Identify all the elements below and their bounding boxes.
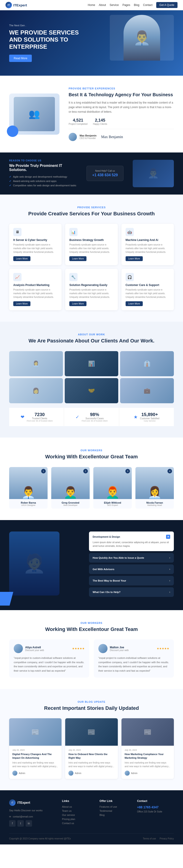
hero-subtitle: The Next Gen . [9, 24, 92, 27]
worker-name-2: Elijah Witticed [95, 501, 130, 504]
footer-bottom-links: Terms of use Privacy Policy [143, 837, 174, 840]
stat-icon-2: ★ [133, 414, 138, 420]
services-title: Provide Creative Services For Your Busin… [9, 211, 174, 217]
blog-author-name-2: Admin [131, 772, 138, 775]
faq-chevron-3: › [169, 579, 170, 582]
social-twitter[interactable]: t [18, 820, 24, 827]
faq-close-0[interactable]: ✕ [166, 535, 170, 539]
footer: IT ITExpert Say Hiello Discover our work… [0, 790, 183, 844]
faq-title-1[interactable]: How Quickly Are You Able to Issue a Quot… [93, 556, 170, 559]
social-facebook[interactable]: f [9, 820, 16, 827]
blog-tag: OUR BLOG UPDATE [9, 701, 174, 703]
footer-link-3[interactable]: Pricing plan [62, 818, 93, 820]
faq-item-4[interactable]: What Can I Do to Help? › [89, 587, 174, 597]
service-icon-0: 🖥 [13, 228, 22, 236]
stat-num-2: 2,145 [93, 118, 107, 123]
blog-card-1: 📰 July 20, 2023 How to Onboard New Clien… [65, 718, 118, 779]
testimonials-tag: OUR WORKERS [9, 622, 174, 624]
signature-info: Max Benjamin CEO & Founder [80, 134, 96, 140]
stat-box-sub-1: Find over 4k of trusted client [82, 420, 108, 422]
testi-text-0: "expat project to custom-individual soft… [14, 656, 85, 673]
nav-service[interactable]: Service [110, 3, 119, 7]
testi-header-0: Aliya Astrell Discount your web ★★★★★ [14, 644, 85, 653]
service-learn-btn-3[interactable]: Learn More [13, 301, 30, 306]
worker-img-3: 👩‍💼 4 [135, 467, 174, 499]
service-learn-btn-5[interactable]: Learn More [126, 301, 143, 306]
faq-left: 🧑‍💼 [9, 531, 80, 595]
worker-role-3: Marketing Head [137, 504, 172, 506]
workers-grid: 👨‍💼 1 Rober Barna UI/UX Designer 👨‍🦱 2 G… [9, 467, 174, 509]
service-learn-btn-1[interactable]: Learn More [69, 256, 87, 261]
signature-avatar [69, 133, 77, 141]
footer-offer-2[interactable]: Blog [99, 814, 130, 816]
nav-links: Home About Service Pages Blog Contact Ge… [88, 2, 178, 8]
service-icon-3: 📈 [13, 273, 22, 281]
service-learn-btn-4[interactable]: Learn More [69, 301, 87, 306]
testi-avatar-1 [98, 644, 108, 653]
faq-chevron-1: › [169, 556, 170, 559]
blog-author-2: Admin [125, 771, 171, 776]
footer-links-title: Links [62, 799, 93, 803]
faq-title-4[interactable]: What Can I Do to Help? › [93, 590, 170, 594]
blog-card-0: 📰 July 20, 2023 Digital Privacy Changes … [9, 718, 62, 779]
stat-icon-0: ❤ [21, 414, 25, 420]
nav-pages[interactable]: Pages [122, 3, 130, 7]
worker-card-0: 👨‍💼 1 Rober Barna UI/UX Designer [9, 467, 48, 509]
faq-item-3[interactable]: The Best Way to Boost Your › [89, 576, 174, 585]
privacy-link[interactable]: Privacy Policy [160, 837, 174, 840]
terms-link[interactable]: Terms of use [143, 837, 156, 840]
services-section: PROVIDE SERVICES Provide Creative Servic… [0, 194, 183, 322]
social-linkedin[interactable]: in [26, 820, 32, 827]
dark-text: REASON TO CHOOSE US We Provide Truly Pro… [9, 159, 77, 188]
footer-links-col: Links About usTeam usOur servicePricing … [62, 799, 93, 827]
signature-script: Max Benjamin [101, 135, 123, 139]
service-card-0: 🖥 It Server & Cyber Security Proactively… [9, 224, 62, 265]
faq-title-2[interactable]: Get With Advisors › [93, 568, 170, 571]
stat-label-1: Project Completed [69, 123, 87, 125]
faq-item-2[interactable]: Get With Advisors › [89, 564, 174, 574]
hero-cta-button[interactable]: Read More [9, 55, 32, 62]
footer-link-0[interactable]: About us [62, 805, 93, 808]
blog-avatar-1 [68, 771, 73, 776]
service-card-1: 📊 Business Strategy Growth Proactively s… [65, 224, 118, 265]
nav-blog[interactable]: Blog [134, 3, 139, 7]
stat-box-sub-2: Cary Service [140, 420, 159, 422]
worker-role-2: SEO Expert [95, 504, 130, 506]
service-learn-btn-0[interactable]: Learn More [13, 256, 30, 261]
stat-box-0: ❤ 7230 Trusted Clients Find over 4k of t… [9, 408, 64, 426]
signature-name: Max Benjamin [80, 134, 96, 137]
footer-offer-1[interactable]: Testimonial [99, 809, 130, 812]
footer-offer-0[interactable]: Features of use [99, 805, 130, 808]
photo-3: 👔 [120, 351, 174, 376]
footer-email: ✉ contact@email.com [9, 815, 55, 818]
nav-home[interactable]: Home [88, 3, 95, 7]
footer-link-1[interactable]: Team us [62, 809, 93, 812]
faq-item-0[interactable]: Development & Design ✕ Lorem ipsum dolor… [89, 531, 174, 551]
nav-about[interactable]: About [99, 3, 106, 7]
blog-section: OUR BLOG UPDATE Recent Important Stories… [0, 689, 183, 790]
service-card-5: 🎧 Customer Care & Support Proactively sy… [121, 269, 174, 310]
faq-item-1[interactable]: How Quickly Are You Able to Issue a Quot… [89, 553, 174, 563]
footer-link-2[interactable]: Our service [62, 814, 93, 816]
blue-accent-decoration [0, 592, 13, 606]
footer-contact-col: Contact +88 1765 4347 Office 215 Suite D… [137, 799, 174, 827]
faq-title-3[interactable]: The Best Way to Boost Your › [93, 579, 170, 582]
hero-text: The Next Gen . WE PROVIDE SERVICES AND S… [9, 24, 92, 62]
workers-section: OUR WORKERS Working With Excellentour Gr… [0, 438, 183, 520]
stat-icon-1: ✓ [75, 414, 80, 420]
footer-link-4[interactable]: Contact us [62, 822, 93, 825]
faq-title-0[interactable]: Development & Design ✕ [93, 535, 170, 539]
blog-avatar-0 [12, 771, 18, 776]
footer-logo-text: ITExpert [18, 801, 30, 804]
worker-role-1: Web Developer [53, 504, 88, 506]
faq-q-0: Development & Design [93, 535, 120, 538]
footer-phone: +88 1765 4347 [137, 805, 174, 809]
nav-contact[interactable]: Contact [143, 3, 152, 7]
service-desc-4: Proactively syndicate open-source e-mark… [69, 288, 114, 299]
blog-content-2: July 20, 2023 How Marketing Compliance Y… [121, 746, 174, 779]
blog-author-1: Admin [68, 771, 114, 776]
nav-cta-button[interactable]: Get A Quote [156, 2, 178, 8]
dark-title: We Provide Truly Prominent IT Solutions. [9, 164, 77, 172]
service-icon-5: 🎧 [126, 273, 134, 281]
service-learn-btn-2[interactable]: Learn More [126, 256, 143, 261]
